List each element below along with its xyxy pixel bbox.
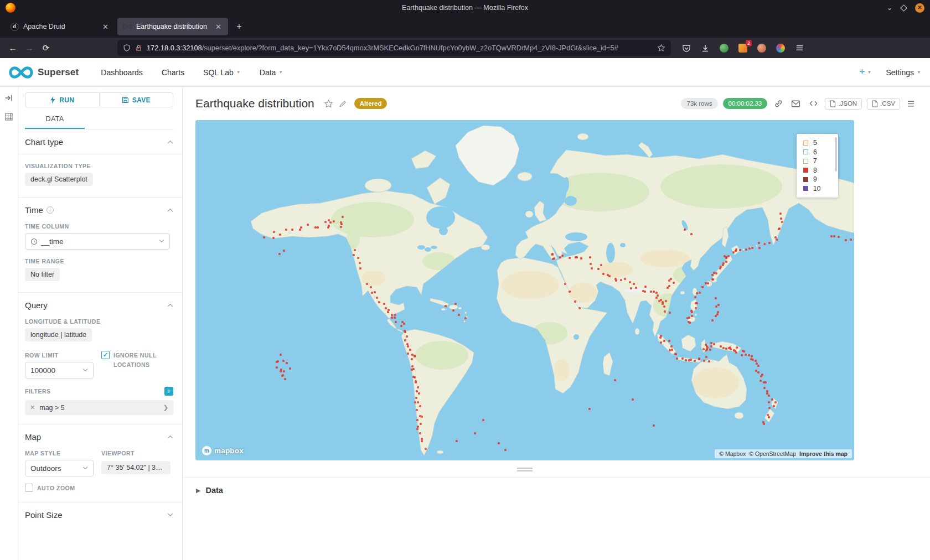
- legend-item[interactable]: 10: [803, 184, 833, 194]
- earthquake-point[interactable]: [569, 257, 571, 259]
- earthquake-point[interactable]: [768, 395, 770, 397]
- earthquake-point[interactable]: [701, 286, 704, 288]
- earthquake-point[interactable]: [454, 303, 457, 305]
- export-csv-button[interactable]: .CSV: [867, 98, 900, 110]
- earthquake-point[interactable]: [425, 448, 427, 450]
- earthquake-point[interactable]: [854, 238, 854, 241]
- earthquake-point[interactable]: [763, 243, 766, 245]
- earthquake-point[interactable]: [660, 335, 662, 337]
- earthquake-point[interactable]: [314, 226, 317, 229]
- legend-item[interactable]: 9: [803, 175, 833, 184]
- earthquake-point[interactable]: [629, 281, 631, 283]
- url-bar[interactable]: 172.18.0.3:32108/superset/explore/?form_…: [117, 40, 671, 56]
- earthquake-point[interactable]: [655, 297, 658, 299]
- attribution-improve-link[interactable]: Improve this map: [799, 450, 848, 457]
- earthquake-point[interactable]: [710, 345, 712, 348]
- earthquake-point[interactable]: [353, 254, 355, 256]
- email-icon[interactable]: [789, 100, 802, 108]
- earthquake-point[interactable]: [691, 315, 693, 317]
- earthquake-point[interactable]: [286, 362, 288, 364]
- earthquake-point[interactable]: [709, 349, 711, 351]
- earthquake-point[interactable]: [417, 386, 419, 388]
- time-column-select[interactable]: __time: [25, 233, 170, 250]
- menu-icon[interactable]: [794, 43, 805, 54]
- earthquake-point[interactable]: [445, 305, 447, 307]
- earthquake-point[interactable]: [702, 348, 705, 350]
- earthquake-point[interactable]: [280, 354, 282, 356]
- earthquake-point[interactable]: [690, 310, 693, 312]
- earthquake-point[interactable]: [327, 226, 329, 229]
- bookmark-star-icon[interactable]: [657, 44, 665, 52]
- earthquake-point[interactable]: [569, 291, 571, 293]
- earthquake-point[interactable]: [733, 349, 735, 351]
- earthquake-point[interactable]: [416, 428, 418, 430]
- earthquake-point[interactable]: [282, 360, 285, 362]
- save-button[interactable]: SAVE: [99, 92, 174, 107]
- window-maximize-icon[interactable]: [900, 4, 907, 12]
- earthquake-point[interactable]: [591, 267, 593, 269]
- attribution-mapbox-link[interactable]: © Mapbox: [719, 450, 746, 457]
- earthquake-point[interactable]: [758, 247, 761, 249]
- earthquake-point[interactable]: [690, 233, 693, 235]
- share-link-icon[interactable]: [772, 99, 784, 108]
- earthquake-point[interactable]: [482, 419, 484, 421]
- earthquake-point[interactable]: [416, 409, 418, 411]
- earthquake-point[interactable]: [752, 359, 754, 361]
- earthquake-point[interactable]: [590, 263, 592, 265]
- earthquake-point[interactable]: [395, 321, 397, 323]
- earthquake-point[interactable]: [580, 257, 582, 260]
- earthquake-point[interactable]: [676, 357, 678, 360]
- earthquake-point[interactable]: [564, 283, 566, 285]
- earthquake-point[interactable]: [407, 352, 409, 355]
- earthquake-point[interactable]: [597, 268, 600, 270]
- tab-data[interactable]: DATA: [25, 115, 85, 129]
- earthquake-point[interactable]: [698, 358, 700, 360]
- pocket-save-icon[interactable]: [681, 43, 692, 54]
- favorite-star-icon[interactable]: [324, 99, 333, 108]
- earthquake-point[interactable]: [289, 367, 291, 370]
- insecure-lock-icon[interactable]: [135, 44, 142, 52]
- earthquake-point[interactable]: [725, 261, 727, 263]
- earthquake-point[interactable]: [705, 349, 707, 351]
- earthquake-point[interactable]: [748, 247, 751, 250]
- earthquake-point[interactable]: [276, 366, 278, 369]
- earthquake-point[interactable]: [669, 312, 671, 314]
- viz-type-chip[interactable]: deck.gl Scatterplot: [25, 173, 93, 186]
- earthquake-point[interactable]: [333, 220, 335, 222]
- earthquake-point[interactable]: [771, 398, 773, 401]
- earthquake-point[interactable]: [768, 401, 770, 403]
- remove-filter-icon[interactable]: ✕: [30, 404, 35, 411]
- new-tab-button[interactable]: +: [231, 19, 247, 34]
- earthquake-point[interactable]: [668, 340, 670, 342]
- earthquake-point[interactable]: [727, 255, 730, 257]
- earthquake-point[interactable]: [688, 321, 690, 323]
- earthquake-point[interactable]: [551, 253, 554, 256]
- earthquake-point[interactable]: [710, 342, 712, 344]
- earthquake-point[interactable]: [400, 325, 402, 327]
- earthquake-point[interactable]: [830, 235, 833, 237]
- earthquake-point[interactable]: [686, 317, 689, 319]
- earthquake-point[interactable]: [414, 401, 416, 403]
- earthquake-point[interactable]: [741, 354, 743, 356]
- earthquake-point[interactable]: [757, 365, 760, 367]
- earthquake-point[interactable]: [391, 314, 393, 316]
- earthquake-point[interactable]: [722, 347, 725, 349]
- earthquake-point[interactable]: [739, 249, 741, 251]
- earthquake-point[interactable]: [387, 311, 389, 313]
- settings-menu[interactable]: Settings▼: [886, 68, 921, 77]
- earthquake-point[interactable]: [404, 339, 406, 341]
- earthquake-point[interactable]: [707, 282, 709, 284]
- earthquake-point[interactable]: [717, 304, 720, 306]
- nav-data[interactable]: Data▼: [260, 68, 283, 77]
- earthquake-point[interactable]: [574, 300, 576, 303]
- tab-close-icon[interactable]: ✕: [213, 22, 224, 32]
- earthquake-point[interactable]: [630, 287, 632, 289]
- filter-chip[interactable]: ✕ mag > 5 ❯: [25, 400, 173, 415]
- map-style-select[interactable]: Outdoors: [25, 460, 94, 476]
- run-button[interactable]: RUN: [25, 92, 99, 107]
- earthquake-point[interactable]: [263, 236, 265, 238]
- earthquake-point[interactable]: [755, 360, 757, 362]
- browser-tab-druid[interactable]: d Apache Druid ✕: [4, 18, 115, 35]
- earthquake-point[interactable]: [458, 314, 460, 316]
- earthquake-point[interactable]: [283, 250, 285, 252]
